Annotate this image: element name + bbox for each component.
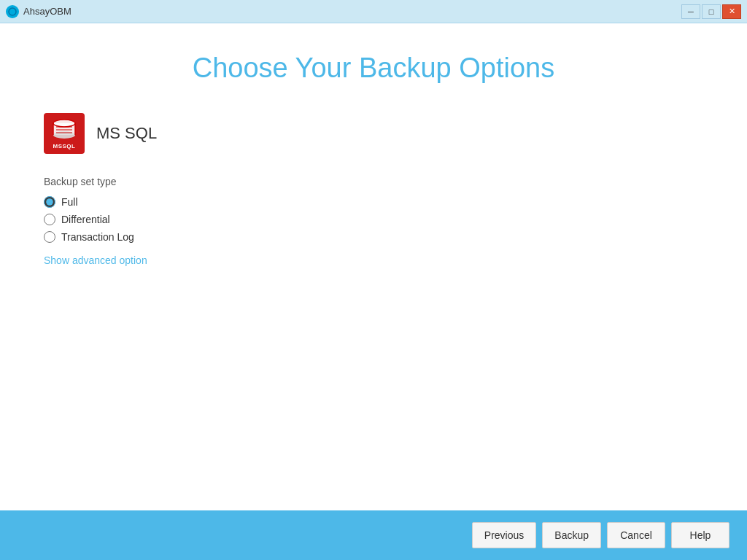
form-section: Backup set type Full Differential Transa… — [44, 176, 147, 266]
radio-transaction-log[interactable]: Transaction Log — [44, 231, 147, 243]
content-area: MSSQL MS SQL Backup set type Full Differ… — [44, 113, 703, 266]
window-controls[interactable]: ─ □ ✕ — [681, 4, 741, 19]
help-button[interactable]: Help — [671, 522, 729, 548]
main-content: Choose Your Backup Options — [0, 23, 747, 510]
radio-full[interactable]: Full — [44, 196, 147, 208]
radio-differential-label: Differential — [61, 214, 110, 225]
app-header: MSSQL MS SQL — [44, 113, 157, 154]
window-title: AhsayOBM — [23, 6, 71, 17]
svg-point-0 — [9, 8, 16, 15]
close-button[interactable]: ✕ — [722, 4, 741, 19]
minimize-button[interactable]: ─ — [681, 4, 700, 19]
radio-differential[interactable]: Differential — [44, 214, 147, 225]
footer: Previous Backup Cancel Help — [0, 510, 747, 560]
mssql-icon: MSSQL — [44, 113, 85, 154]
app-icon-label: MSSQL — [53, 143, 76, 149]
radio-transaction-log-input[interactable] — [44, 231, 55, 243]
show-advanced-option-link[interactable]: Show advanced option — [44, 254, 147, 266]
radio-differential-input[interactable] — [44, 214, 55, 225]
title-bar-left: AhsayOBM — [6, 5, 71, 18]
backup-type-radio-group: Full Differential Transaction Log — [44, 196, 147, 243]
backup-button[interactable]: Backup — [542, 522, 601, 548]
app-name: MS SQL — [96, 124, 157, 143]
radio-full-input[interactable] — [44, 196, 55, 208]
page-title: Choose Your Backup Options — [44, 52, 703, 84]
backup-set-type-label: Backup set type — [44, 176, 147, 187]
cancel-button[interactable]: Cancel — [607, 522, 665, 548]
previous-button[interactable]: Previous — [472, 522, 536, 548]
title-bar: AhsayOBM ─ □ ✕ — [0, 0, 747, 23]
radio-full-label: Full — [61, 196, 78, 208]
mssql-icon-svg — [50, 118, 78, 141]
restore-button[interactable]: □ — [702, 4, 721, 19]
app-icon — [6, 5, 19, 18]
radio-transaction-log-label: Transaction Log — [61, 231, 134, 243]
